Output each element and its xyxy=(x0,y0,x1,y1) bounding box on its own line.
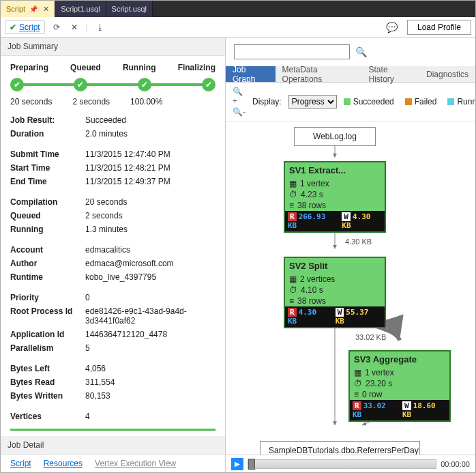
tab-script[interactable]: Script 📌 ✕ xyxy=(1,1,55,17)
stage-dot: ✔ xyxy=(10,78,24,91)
feedback-icon[interactable]: 💬 xyxy=(386,22,398,33)
rows-icon: ≡ xyxy=(289,201,294,210)
summary-key: Job Result: xyxy=(10,115,85,125)
summary-value: 4 xyxy=(85,412,215,421)
vertices-icon: ▦ xyxy=(354,368,361,377)
summary-key: Author xyxy=(10,259,85,268)
summary-row: Submit Time11/3/2015 12:47:40 PM xyxy=(1,147,225,161)
stage-dot: ✔ xyxy=(74,78,87,91)
playback-bar: ▶ 00:00:00 xyxy=(226,455,475,472)
clock-icon: ⏱ xyxy=(289,190,297,199)
summary-key: Runtime xyxy=(10,272,85,282)
detail-link-script[interactable]: Script xyxy=(10,459,31,468)
stage-value: 100.00% xyxy=(130,97,162,106)
display-label: Display: xyxy=(252,97,282,106)
node-title: SV2 Split xyxy=(285,258,385,274)
graph-canvas[interactable]: WebLog.log SV1 Extract... ▦1 vertex ⏱4.2… xyxy=(226,121,475,455)
summary-value: 20 seconds xyxy=(85,197,215,207)
summary-key: Bytes Left xyxy=(10,364,85,373)
pin-icon: 📌 xyxy=(29,5,38,13)
summary-row: Root Process Idede81426-e9c1-43ad-9a4d-3… xyxy=(1,304,225,328)
graph-node-sv2[interactable]: SV2 Split ▦2 vertices ⏱4.10 s ≡38 rows R… xyxy=(284,257,386,328)
summary-row: Application Id1446364712120_4478 xyxy=(1,328,225,341)
stage-values: 20 seconds 2 seconds 100.00% xyxy=(1,97,225,113)
tab-label: Script1.usql xyxy=(61,5,100,13)
legend-swatch-failed xyxy=(405,98,412,105)
tab-diagnostics[interactable]: Diagnostics xyxy=(419,66,475,82)
display-select[interactable]: Progress xyxy=(288,95,337,109)
legend-swatch-running xyxy=(447,98,454,105)
summary-key: Queued xyxy=(10,211,85,220)
summary-value: ede81426-e9c1-43ad-9a4d-3d3441f0af62 xyxy=(85,306,215,326)
legend-swatch-succeeded xyxy=(344,98,351,105)
node-rows: 38 rows xyxy=(297,296,326,306)
search-input[interactable] xyxy=(234,44,350,59)
node-vertices: 1 vertex xyxy=(365,368,394,377)
job-graph-panel: 🔍 Job Graph MetaData Operations State Hi… xyxy=(226,38,475,472)
job-detail-header: Job Detail xyxy=(1,436,225,455)
vertices-icon: ▦ xyxy=(289,179,297,188)
summary-value: 11/3/2015 12:47:40 PM xyxy=(85,149,215,159)
summary-value: kobo_live_4397795 xyxy=(85,272,215,282)
zoom-in-icon[interactable]: 🔍+ xyxy=(233,87,246,106)
tab-job-graph[interactable]: Job Graph xyxy=(226,66,276,82)
summary-key: Duration xyxy=(10,129,85,139)
summary-row: Runtimekobo_live_4397795 xyxy=(1,270,225,284)
summary-value: 11/3/2015 12:48:21 PM xyxy=(85,163,215,173)
summary-row: End Time11/3/2015 12:49:37 PM xyxy=(1,175,225,188)
job-toolbar: ✔ Script ⟳ ✕ | ⭳ 💬 Load Profile xyxy=(1,17,475,38)
summary-key: Compilation xyxy=(10,197,85,207)
node-title: SV3 Aggregate xyxy=(350,352,449,367)
tab-label: Script.usql xyxy=(112,5,147,13)
detail-links: Script Resources Vertex Execution View xyxy=(1,455,225,472)
stage-value: 2 seconds xyxy=(72,97,110,106)
node-time: 4.10 s xyxy=(301,285,323,295)
node-label: SampleDBTutorials.dbo.ReferrersPerDay xyxy=(269,446,419,455)
summary-key: Start Time xyxy=(10,163,85,173)
tab-script1-usql[interactable]: Script1.usql xyxy=(55,1,106,17)
graph-node-sv1[interactable]: SV1 Extract... ▦1 vertex ⏱4.23 s ≡38 row… xyxy=(284,161,386,233)
edge-label: 33.02 KB xyxy=(355,333,386,341)
graph-node-sv3[interactable]: SV3 Aggregate ▦1 vertex ⏱23.20 s ≡0 row … xyxy=(348,350,451,422)
play-button[interactable]: ▶ xyxy=(231,458,243,470)
node-time: 23.20 s xyxy=(366,379,392,388)
detail-link-resources[interactable]: Resources xyxy=(44,459,83,468)
close-icon[interactable]: ✕ xyxy=(43,5,49,14)
stage-track: ✔ ✔ ✔ ✔ xyxy=(10,76,215,97)
script-button[interactable]: ✔ Script xyxy=(5,20,45,34)
tab-state-history[interactable]: State History xyxy=(362,66,419,82)
summary-value: Succeeded xyxy=(85,115,215,125)
right-tabs: Job Graph MetaData Operations State Hist… xyxy=(226,66,475,83)
detail-link-vev[interactable]: Vertex Execution View xyxy=(95,459,176,468)
summary-key: Application Id xyxy=(10,330,85,339)
stage-queued: Queued xyxy=(70,63,101,72)
summary-row: Accountedmacalitics xyxy=(1,243,225,257)
tab-metadata-operations[interactable]: MetaData Operations xyxy=(276,66,362,82)
node-vertices: 1 vertex xyxy=(300,179,329,188)
playback-thumb[interactable] xyxy=(248,459,255,470)
graph-input-node[interactable]: WebLog.log xyxy=(294,127,376,146)
search-icon[interactable]: 🔍 xyxy=(355,46,367,57)
tab-script-usql[interactable]: Script.usql xyxy=(106,1,153,17)
search-row: 🔍 xyxy=(226,38,475,66)
summary-key: Bytes Read xyxy=(10,377,85,387)
summary-row: Bytes Written80,153 xyxy=(1,389,225,403)
summary-key: Vertices xyxy=(10,412,85,421)
summary-key: Submit Time xyxy=(10,149,85,159)
summary-row: Start Time11/3/2015 12:48:21 PM xyxy=(1,161,225,175)
refresh-icon[interactable]: ⟳ xyxy=(50,21,63,33)
load-profile-button[interactable]: Load Profile xyxy=(407,20,471,35)
summary-value: 1.3 minutes xyxy=(85,225,215,234)
cancel-icon[interactable]: ✕ xyxy=(68,21,80,33)
stage-finalizing: Finalizing xyxy=(178,63,215,72)
zoom-out-icon[interactable]: 🔍- xyxy=(233,107,246,117)
summary-key: Account xyxy=(10,245,85,255)
summary-key: Bytes Written xyxy=(10,391,85,401)
graph-output-node[interactable]: SampleDBTutorials.dbo.ReferrersPerDay xyxy=(260,441,420,455)
download-icon[interactable]: ⭳ xyxy=(93,21,107,33)
playback-track[interactable] xyxy=(248,459,436,469)
edge-label: 4.30 KB xyxy=(345,238,372,246)
job-summary-panel: Job Summary Preparing Queued Running Fin… xyxy=(1,38,226,472)
summary-value: 311,554 xyxy=(85,377,215,387)
summary-row: Authoredmaca@microsoft.com xyxy=(1,257,225,270)
